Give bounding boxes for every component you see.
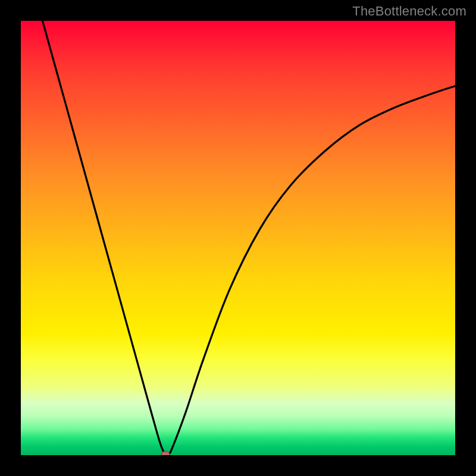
bottleneck-curve [21, 21, 455, 455]
watermark-text: TheBottleneck.com [352, 4, 466, 19]
chart-frame: TheBottleneck.com [0, 0, 476, 476]
plot-area [21, 21, 455, 455]
minimum-marker [161, 452, 170, 455]
